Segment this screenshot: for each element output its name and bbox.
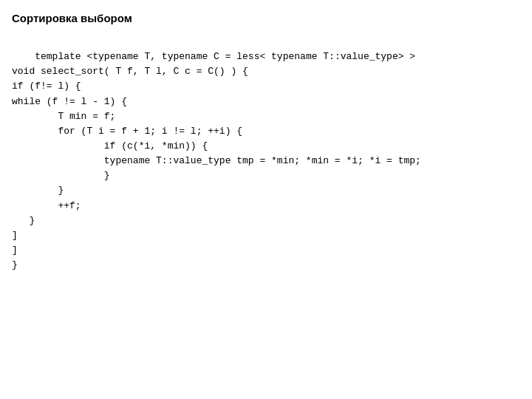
code-line-9: }	[12, 170, 110, 181]
code-line-12: }	[12, 215, 35, 226]
code-line-4: while (f != l - 1) {	[12, 96, 127, 107]
code-line-3: if (f!= l) {	[12, 81, 81, 92]
code-line-7: if (c(*i, *min)) {	[12, 140, 208, 151]
page-title: Сортировка выбором	[12, 12, 520, 24]
code-line-5: T min = f;	[12, 111, 115, 122]
code-line-11: ++f;	[12, 200, 81, 211]
code-line-10: }	[12, 185, 64, 196]
code-line-8: typename T::value_type tmp = *min; *min …	[12, 155, 421, 166]
code-line-13: ]	[12, 230, 18, 241]
code-line-1: template <typename T, typename C = less<…	[35, 51, 415, 62]
code-line-6: for (T i = f + 1; i != l; ++i) {	[12, 126, 242, 137]
code-block: template <typename T, typename C = less<…	[12, 35, 520, 287]
code-line-15: }	[12, 259, 18, 270]
code-line-2: void select_sort( T f, T l, C c = C() ) …	[12, 66, 248, 77]
code-line-14: ]	[12, 245, 18, 256]
page-container: Сортировка выбором template <typename T,…	[0, 0, 532, 399]
